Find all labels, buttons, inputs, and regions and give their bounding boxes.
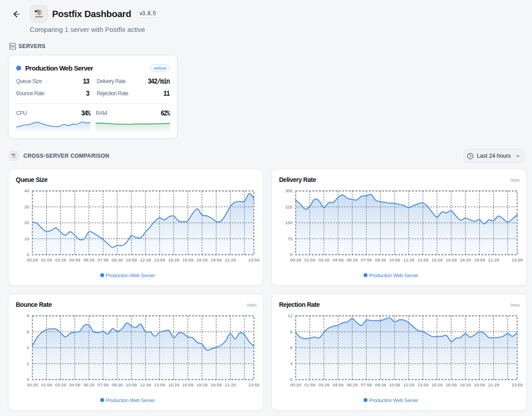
svg-text:300: 300: [285, 188, 293, 193]
svg-text:04:59: 04:59: [69, 382, 80, 387]
svg-text:12:29: 12:29: [140, 257, 151, 262]
svg-text:Production Web Server: Production Web Server: [106, 273, 155, 278]
svg-text:19:59: 19:59: [474, 382, 485, 387]
svg-text:18:29: 18:29: [196, 382, 208, 387]
svg-text:09:29: 09:29: [112, 257, 123, 262]
svg-text:/min: /min: [247, 302, 257, 308]
svg-text:13:59: 13:59: [417, 257, 429, 262]
svg-text:18:29: 18:29: [460, 382, 471, 387]
svg-text:Production Web Server: Production Web Server: [106, 398, 155, 403]
svg-text:21:29: 21:29: [225, 382, 236, 387]
svg-text:19:59: 19:59: [211, 382, 222, 387]
svg-text:01:59: 01:59: [304, 382, 315, 387]
svg-text:10:59: 10:59: [126, 382, 137, 387]
svg-text:Rejection Rate: Rejection Rate: [279, 301, 320, 308]
svg-text:04:59: 04:59: [69, 257, 80, 262]
svg-text:2: 2: [27, 361, 29, 366]
svg-text:09:29: 09:29: [375, 257, 386, 262]
svg-text:18:29: 18:29: [196, 257, 208, 262]
svg-text:01:59: 01:59: [304, 257, 315, 262]
svg-text:23:59: 23:59: [512, 257, 523, 262]
svg-text:40: 40: [24, 188, 29, 193]
svg-text:13:59: 13:59: [154, 382, 165, 387]
svg-text:16:59: 16:59: [446, 382, 457, 387]
svg-text:00:29: 00:29: [290, 382, 301, 387]
svg-text:8: 8: [27, 313, 30, 318]
svg-text:07:59: 07:59: [361, 257, 372, 262]
svg-text:Production Web Server: Production Web Server: [369, 398, 419, 403]
svg-text:01:59: 01:59: [41, 382, 52, 387]
svg-text:03:29: 03:29: [319, 257, 330, 262]
svg-text:00:29: 00:29: [27, 382, 38, 387]
svg-text:12:29: 12:29: [403, 382, 414, 387]
svg-text:0: 0: [27, 252, 30, 257]
svg-text:16:59: 16:59: [182, 257, 194, 262]
svg-text:16:59: 16:59: [446, 257, 457, 262]
svg-text:/min: /min: [510, 302, 520, 308]
svg-text:07:59: 07:59: [361, 382, 372, 387]
svg-text:Production Web Server: Production Web Server: [369, 273, 419, 278]
svg-text:6: 6: [290, 345, 293, 350]
svg-text:15:29: 15:29: [431, 382, 443, 387]
svg-text:15:29: 15:29: [431, 257, 443, 262]
svg-text:03:29: 03:29: [55, 257, 66, 262]
svg-text:15:29: 15:29: [168, 257, 179, 262]
svg-text:09:29: 09:29: [375, 382, 386, 387]
svg-text:POSTFIX: POSTFIX: [35, 16, 43, 18]
svg-text:10:59: 10:59: [389, 382, 400, 387]
svg-text:21:29: 21:29: [225, 257, 236, 262]
svg-text:21:29: 21:29: [488, 382, 499, 387]
svg-text:6: 6: [27, 329, 30, 334]
svg-text:15:29: 15:29: [168, 382, 179, 387]
svg-text:POSTFIX: POSTFIX: [12, 157, 16, 158]
svg-text:12:29: 12:29: [140, 382, 151, 387]
svg-text:12: 12: [288, 313, 293, 318]
svg-text:00:29: 00:29: [290, 257, 301, 262]
svg-text:10:59: 10:59: [126, 257, 137, 262]
svg-text:23:59: 23:59: [248, 382, 260, 387]
svg-text:06:29: 06:29: [84, 257, 95, 262]
svg-text:09:29: 09:29: [112, 382, 123, 387]
svg-text:0: 0: [290, 252, 293, 257]
svg-text:225: 225: [285, 204, 293, 209]
svg-text:Delivery Rate: Delivery Rate: [279, 176, 316, 183]
svg-text:150: 150: [285, 220, 293, 225]
svg-text:13:59: 13:59: [154, 257, 165, 262]
svg-text:06:29: 06:29: [84, 382, 95, 387]
svg-text:03:29: 03:29: [319, 382, 330, 387]
svg-text:4: 4: [27, 345, 30, 350]
svg-text:23:59: 23:59: [248, 257, 260, 262]
svg-text:06:29: 06:29: [347, 257, 358, 262]
svg-text:20: 20: [24, 220, 29, 225]
svg-text:10:59: 10:59: [389, 257, 400, 262]
svg-text:10: 10: [24, 236, 29, 241]
svg-text:06:29: 06:29: [347, 382, 358, 387]
svg-text:75: 75: [288, 236, 293, 241]
svg-text:07:59: 07:59: [98, 382, 109, 387]
svg-text:00:29: 00:29: [27, 257, 38, 262]
svg-text:19:59: 19:59: [211, 257, 222, 262]
svg-text:21:29: 21:29: [488, 257, 499, 262]
svg-text:04:59: 04:59: [332, 257, 344, 262]
svg-text:18:29: 18:29: [460, 257, 471, 262]
svg-text:07:59: 07:59: [98, 257, 109, 262]
svg-text:30: 30: [24, 204, 29, 209]
svg-text:16:59: 16:59: [182, 382, 194, 387]
svg-text:12:29: 12:29: [403, 257, 414, 262]
svg-text:Bounce Rate: Bounce Rate: [16, 301, 52, 308]
svg-text:01:59: 01:59: [41, 257, 52, 262]
svg-text:0: 0: [27, 377, 30, 382]
svg-text:19:59: 19:59: [474, 257, 485, 262]
svg-text:03:29: 03:29: [55, 382, 66, 387]
svg-text:13:59: 13:59: [417, 382, 429, 387]
svg-text:3: 3: [290, 361, 293, 366]
svg-text:23:59: 23:59: [512, 382, 523, 387]
svg-text:Queue Size: Queue Size: [16, 176, 48, 183]
svg-text:/min: /min: [510, 177, 520, 183]
svg-text:0: 0: [290, 377, 293, 382]
svg-text:04:59: 04:59: [332, 382, 344, 387]
svg-text:9: 9: [290, 329, 293, 334]
